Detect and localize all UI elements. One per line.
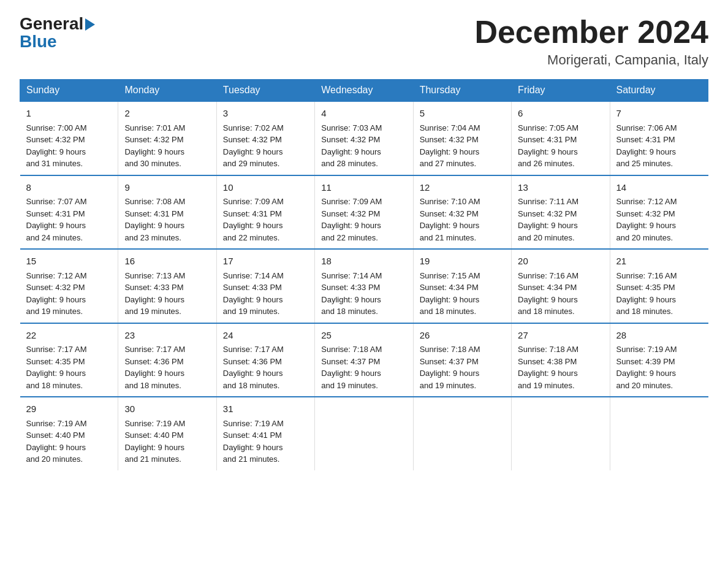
day-number: 9 xyxy=(124,181,210,195)
title-block: December 2024 Morigerati, Campania, Ital… xyxy=(474,15,708,68)
day-number: 23 xyxy=(124,329,210,343)
day-number: 21 xyxy=(616,255,702,269)
logo-blue-text: Blue xyxy=(20,33,95,50)
day-number: 29 xyxy=(26,402,112,416)
day-cell: 28Sunrise: 7:19 AMSunset: 4:39 PMDayligh… xyxy=(610,323,708,397)
day-info: Sunrise: 7:03 AMSunset: 4:32 PMDaylight:… xyxy=(321,122,406,170)
day-cell: 11Sunrise: 7:09 AMSunset: 4:32 PMDayligh… xyxy=(315,175,413,250)
day-number: 11 xyxy=(321,181,406,195)
day-cell: 12Sunrise: 7:10 AMSunset: 4:32 PMDayligh… xyxy=(413,175,511,250)
day-cell: 14Sunrise: 7:12 AMSunset: 4:32 PMDayligh… xyxy=(610,175,708,250)
day-info: Sunrise: 7:09 AMSunset: 4:32 PMDaylight:… xyxy=(321,196,406,243)
day-cell: 21Sunrise: 7:16 AMSunset: 4:35 PMDayligh… xyxy=(610,249,708,323)
day-cell: 7Sunrise: 7:06 AMSunset: 4:31 PMDaylight… xyxy=(610,101,708,175)
day-cell: 22Sunrise: 7:17 AMSunset: 4:35 PMDayligh… xyxy=(20,323,118,397)
day-cell: 8Sunrise: 7:07 AMSunset: 4:31 PMDaylight… xyxy=(20,175,118,250)
week-row-5: 29Sunrise: 7:19 AMSunset: 4:40 PMDayligh… xyxy=(20,397,708,470)
day-cell: 18Sunrise: 7:14 AMSunset: 4:33 PMDayligh… xyxy=(315,249,413,323)
day-info: Sunrise: 7:12 AMSunset: 4:32 PMDaylight:… xyxy=(26,270,112,318)
day-cell: 5Sunrise: 7:04 AMSunset: 4:32 PMDaylight… xyxy=(413,101,511,175)
day-number: 6 xyxy=(518,107,603,121)
day-number: 28 xyxy=(616,329,702,343)
header-cell-monday: Monday xyxy=(118,80,216,102)
day-cell: 19Sunrise: 7:15 AMSunset: 4:34 PMDayligh… xyxy=(413,249,511,323)
day-number: 24 xyxy=(223,329,308,343)
day-info: Sunrise: 7:19 AMSunset: 4:41 PMDaylight:… xyxy=(223,418,308,465)
day-number: 31 xyxy=(223,402,308,416)
day-info: Sunrise: 7:19 AMSunset: 4:40 PMDaylight:… xyxy=(26,418,112,465)
day-number: 10 xyxy=(223,181,308,195)
day-cell: 26Sunrise: 7:18 AMSunset: 4:37 PMDayligh… xyxy=(413,323,511,397)
day-info: Sunrise: 7:05 AMSunset: 4:31 PMDaylight:… xyxy=(518,122,603,170)
day-number: 27 xyxy=(518,329,603,343)
day-cell xyxy=(610,397,708,470)
day-info: Sunrise: 7:16 AMSunset: 4:35 PMDaylight:… xyxy=(616,270,702,318)
day-cell: 20Sunrise: 7:16 AMSunset: 4:34 PMDayligh… xyxy=(512,249,610,323)
week-row-1: 1Sunrise: 7:00 AMSunset: 4:32 PMDaylight… xyxy=(20,101,708,175)
logo: General Blue xyxy=(20,15,95,51)
day-cell: 16Sunrise: 7:13 AMSunset: 4:33 PMDayligh… xyxy=(118,249,216,323)
day-info: Sunrise: 7:18 AMSunset: 4:37 PMDaylight:… xyxy=(420,343,505,391)
day-cell: 2Sunrise: 7:01 AMSunset: 4:32 PMDaylight… xyxy=(118,101,216,175)
day-info: Sunrise: 7:09 AMSunset: 4:31 PMDaylight:… xyxy=(223,196,308,243)
day-cell: 3Sunrise: 7:02 AMSunset: 4:32 PMDaylight… xyxy=(216,101,314,175)
day-info: Sunrise: 7:17 AMSunset: 4:35 PMDaylight:… xyxy=(26,343,112,391)
day-cell: 27Sunrise: 7:18 AMSunset: 4:38 PMDayligh… xyxy=(512,323,610,397)
header-cell-thursday: Thursday xyxy=(413,80,511,102)
header-row: SundayMondayTuesdayWednesdayThursdayFrid… xyxy=(20,80,708,102)
day-number: 16 xyxy=(124,255,210,269)
week-row-2: 8Sunrise: 7:07 AMSunset: 4:31 PMDaylight… xyxy=(20,175,708,250)
day-number: 12 xyxy=(420,181,505,195)
day-number: 15 xyxy=(26,255,112,269)
month-title: December 2024 xyxy=(474,15,708,50)
calendar-table: SundayMondayTuesdayWednesdayThursdayFrid… xyxy=(20,79,708,470)
calendar-header: SundayMondayTuesdayWednesdayThursdayFrid… xyxy=(20,80,708,102)
day-info: Sunrise: 7:07 AMSunset: 4:31 PMDaylight:… xyxy=(26,196,112,243)
day-info: Sunrise: 7:19 AMSunset: 4:39 PMDaylight:… xyxy=(616,343,702,391)
day-number: 18 xyxy=(321,255,406,269)
day-info: Sunrise: 7:14 AMSunset: 4:33 PMDaylight:… xyxy=(321,270,406,318)
day-info: Sunrise: 7:17 AMSunset: 4:36 PMDaylight:… xyxy=(124,343,210,391)
day-cell: 25Sunrise: 7:18 AMSunset: 4:37 PMDayligh… xyxy=(315,323,413,397)
day-cell: 9Sunrise: 7:08 AMSunset: 4:31 PMDaylight… xyxy=(118,175,216,250)
day-cell: 17Sunrise: 7:14 AMSunset: 4:33 PMDayligh… xyxy=(216,249,314,323)
day-info: Sunrise: 7:17 AMSunset: 4:36 PMDaylight:… xyxy=(223,343,308,391)
day-info: Sunrise: 7:00 AMSunset: 4:32 PMDaylight:… xyxy=(26,122,112,170)
header-cell-sunday: Sunday xyxy=(20,80,118,102)
page-header: General Blue December 2024 Morigerati, C… xyxy=(20,15,708,68)
day-cell: 29Sunrise: 7:19 AMSunset: 4:40 PMDayligh… xyxy=(20,397,118,470)
day-number: 20 xyxy=(518,255,603,269)
day-cell: 24Sunrise: 7:17 AMSunset: 4:36 PMDayligh… xyxy=(216,323,314,397)
day-info: Sunrise: 7:14 AMSunset: 4:33 PMDaylight:… xyxy=(223,270,308,318)
day-info: Sunrise: 7:16 AMSunset: 4:34 PMDaylight:… xyxy=(518,270,603,318)
day-info: Sunrise: 7:19 AMSunset: 4:40 PMDaylight:… xyxy=(124,418,210,465)
day-cell: 10Sunrise: 7:09 AMSunset: 4:31 PMDayligh… xyxy=(216,175,314,250)
day-number: 1 xyxy=(26,107,112,121)
day-number: 5 xyxy=(420,107,505,121)
day-cell: 6Sunrise: 7:05 AMSunset: 4:31 PMDaylight… xyxy=(512,101,610,175)
day-info: Sunrise: 7:13 AMSunset: 4:33 PMDaylight:… xyxy=(124,270,210,318)
day-number: 14 xyxy=(616,181,702,195)
day-info: Sunrise: 7:10 AMSunset: 4:32 PMDaylight:… xyxy=(420,196,505,243)
day-cell: 31Sunrise: 7:19 AMSunset: 4:41 PMDayligh… xyxy=(216,397,314,470)
day-number: 8 xyxy=(26,181,112,195)
header-cell-tuesday: Tuesday xyxy=(216,80,314,102)
day-number: 13 xyxy=(518,181,603,195)
day-info: Sunrise: 7:01 AMSunset: 4:32 PMDaylight:… xyxy=(124,122,210,170)
week-row-4: 22Sunrise: 7:17 AMSunset: 4:35 PMDayligh… xyxy=(20,323,708,397)
day-cell: 13Sunrise: 7:11 AMSunset: 4:32 PMDayligh… xyxy=(512,175,610,250)
day-cell: 30Sunrise: 7:19 AMSunset: 4:40 PMDayligh… xyxy=(118,397,216,470)
logo-general-text: General xyxy=(20,15,83,33)
header-cell-wednesday: Wednesday xyxy=(315,80,413,102)
day-cell: 1Sunrise: 7:00 AMSunset: 4:32 PMDaylight… xyxy=(20,101,118,175)
day-cell xyxy=(315,397,413,470)
day-number: 30 xyxy=(124,402,210,416)
calendar-body: 1Sunrise: 7:00 AMSunset: 4:32 PMDaylight… xyxy=(20,101,708,470)
logo-arrow-icon xyxy=(85,18,95,31)
day-info: Sunrise: 7:18 AMSunset: 4:37 PMDaylight:… xyxy=(321,343,406,391)
day-number: 4 xyxy=(321,107,406,121)
day-number: 25 xyxy=(321,329,406,343)
day-number: 22 xyxy=(26,329,112,343)
day-number: 19 xyxy=(420,255,505,269)
day-info: Sunrise: 7:06 AMSunset: 4:31 PMDaylight:… xyxy=(616,122,702,170)
